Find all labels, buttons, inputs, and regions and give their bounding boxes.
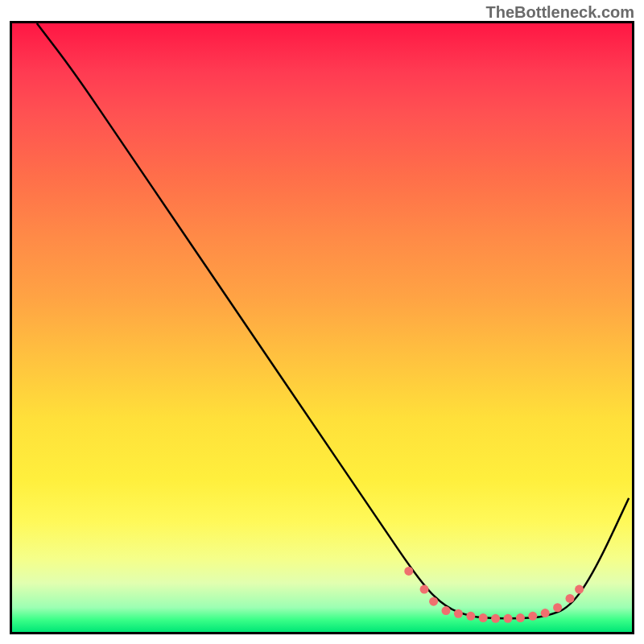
dot — [504, 614, 513, 623]
optimal-zone-dots — [404, 567, 584, 623]
curve-path — [37, 23, 629, 618]
watermark-text: TheBottleneck.com — [486, 3, 634, 22]
dot — [479, 613, 488, 622]
dot — [516, 613, 525, 622]
dot — [491, 614, 500, 623]
dot — [553, 603, 562, 612]
dot — [442, 606, 451, 615]
chart-svg — [12, 23, 632, 632]
dot — [429, 597, 438, 606]
dot — [541, 609, 550, 617]
plot-area — [10, 21, 634, 634]
dot — [566, 594, 575, 603]
dot — [420, 585, 429, 594]
dot — [528, 612, 537, 621]
dot — [404, 567, 413, 576]
dot — [466, 612, 475, 621]
dot — [454, 609, 463, 618]
bottleneck-curve — [37, 23, 629, 618]
chart-container — [10, 21, 634, 634]
dot — [575, 585, 584, 594]
